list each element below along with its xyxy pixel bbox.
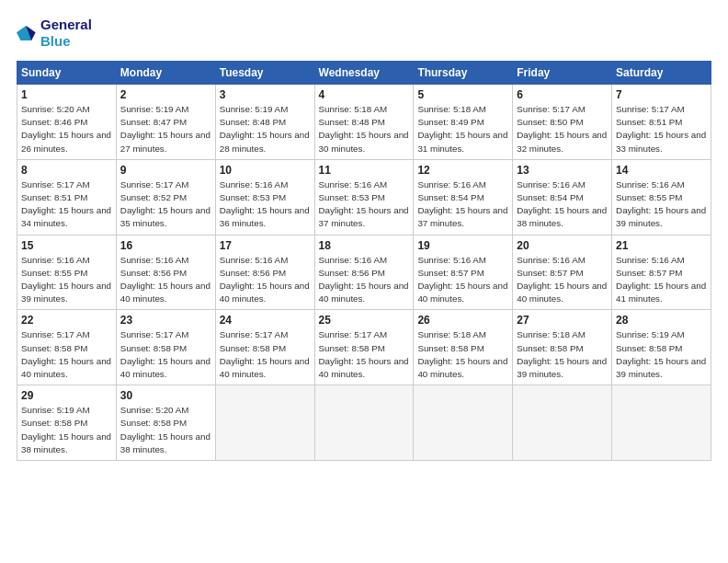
day-info: Sunrise: 5:16 AMSunset: 8:54 PMDaylight:… xyxy=(517,178,608,231)
calendar-cell: 29Sunrise: 5:19 AMSunset: 8:58 PMDayligh… xyxy=(17,385,117,461)
calendar-cell: 19Sunrise: 5:16 AMSunset: 8:57 PMDayligh… xyxy=(414,235,513,310)
calendar-cell: 3Sunrise: 5:19 AMSunset: 8:48 PMDaylight… xyxy=(215,85,314,160)
day-number: 4 xyxy=(319,88,410,101)
calendar-cell: 28Sunrise: 5:19 AMSunset: 8:58 PMDayligh… xyxy=(612,310,711,385)
calendar-cell: 21Sunrise: 5:16 AMSunset: 8:57 PMDayligh… xyxy=(612,235,711,310)
day-number: 18 xyxy=(319,239,410,252)
day-info: Sunrise: 5:16 AMSunset: 8:53 PMDaylight:… xyxy=(319,178,410,231)
calendar-cell: 22Sunrise: 5:17 AMSunset: 8:58 PMDayligh… xyxy=(17,310,117,385)
calendar-cell: 14Sunrise: 5:16 AMSunset: 8:55 PMDayligh… xyxy=(612,159,711,235)
day-info: Sunrise: 5:17 AMSunset: 8:51 PMDaylight:… xyxy=(21,178,112,231)
calendar-cell: 6Sunrise: 5:17 AMSunset: 8:50 PMDaylight… xyxy=(513,85,612,160)
dow-header: Saturday xyxy=(612,62,711,85)
day-info: Sunrise: 5:17 AMSunset: 8:50 PMDaylight:… xyxy=(517,103,608,155)
day-number: 23 xyxy=(120,314,211,327)
day-info: Sunrise: 5:16 AMSunset: 8:57 PMDaylight:… xyxy=(417,254,508,306)
day-number: 7 xyxy=(616,88,707,101)
calendar-cell: 7Sunrise: 5:17 AMSunset: 8:51 PMDaylight… xyxy=(612,85,711,160)
day-number: 26 xyxy=(417,314,508,327)
calendar-cell: 30Sunrise: 5:20 AMSunset: 8:58 PMDayligh… xyxy=(116,385,215,461)
calendar-cell: 5Sunrise: 5:18 AMSunset: 8:49 PMDaylight… xyxy=(414,85,513,160)
day-number: 5 xyxy=(417,88,508,101)
calendar-cell xyxy=(513,385,612,461)
day-info: Sunrise: 5:17 AMSunset: 8:52 PMDaylight:… xyxy=(120,178,211,231)
logo-text: General Blue xyxy=(40,17,92,50)
logo: General Blue xyxy=(17,17,92,50)
day-number: 29 xyxy=(21,389,112,402)
dow-header: Wednesday xyxy=(314,62,414,85)
day-info: Sunrise: 5:19 AMSunset: 8:47 PMDaylight:… xyxy=(120,103,211,155)
day-info: Sunrise: 5:20 AMSunset: 8:46 PMDaylight:… xyxy=(21,103,112,155)
calendar-cell xyxy=(414,385,513,461)
day-info: Sunrise: 5:17 AMSunset: 8:51 PMDaylight:… xyxy=(616,103,707,155)
day-number: 30 xyxy=(120,389,211,402)
day-info: Sunrise: 5:16 AMSunset: 8:54 PMDaylight:… xyxy=(417,178,508,231)
calendar-cell: 15Sunrise: 5:16 AMSunset: 8:55 PMDayligh… xyxy=(17,235,117,310)
logo-icon xyxy=(17,23,37,43)
day-number: 19 xyxy=(417,239,508,252)
day-info: Sunrise: 5:16 AMSunset: 8:57 PMDaylight:… xyxy=(616,254,707,306)
day-info: Sunrise: 5:19 AMSunset: 8:58 PMDaylight:… xyxy=(21,404,112,456)
day-info: Sunrise: 5:19 AMSunset: 8:48 PMDaylight:… xyxy=(220,103,311,155)
day-number: 6 xyxy=(517,88,608,101)
day-number: 9 xyxy=(120,164,211,177)
day-info: Sunrise: 5:17 AMSunset: 8:58 PMDaylight:… xyxy=(319,328,410,381)
dow-header: Monday xyxy=(116,62,215,85)
day-number: 21 xyxy=(616,239,707,252)
day-number: 22 xyxy=(21,314,112,327)
day-info: Sunrise: 5:16 AMSunset: 8:57 PMDaylight:… xyxy=(517,254,608,306)
day-info: Sunrise: 5:17 AMSunset: 8:58 PMDaylight:… xyxy=(220,328,311,381)
day-number: 25 xyxy=(319,314,410,327)
calendar-cell: 26Sunrise: 5:18 AMSunset: 8:58 PMDayligh… xyxy=(414,310,513,385)
day-info: Sunrise: 5:18 AMSunset: 8:48 PMDaylight:… xyxy=(319,103,410,155)
calendar-cell: 20Sunrise: 5:16 AMSunset: 8:57 PMDayligh… xyxy=(513,235,612,310)
dow-header: Tuesday xyxy=(215,62,314,85)
day-number: 15 xyxy=(21,239,112,252)
day-number: 24 xyxy=(220,314,311,327)
calendar-cell: 24Sunrise: 5:17 AMSunset: 8:58 PMDayligh… xyxy=(215,310,314,385)
calendar-cell: 13Sunrise: 5:16 AMSunset: 8:54 PMDayligh… xyxy=(513,159,612,235)
day-info: Sunrise: 5:16 AMSunset: 8:55 PMDaylight:… xyxy=(21,254,112,306)
day-info: Sunrise: 5:16 AMSunset: 8:56 PMDaylight:… xyxy=(120,254,211,306)
dow-header: Thursday xyxy=(414,62,513,85)
calendar-cell: 17Sunrise: 5:16 AMSunset: 8:56 PMDayligh… xyxy=(215,235,314,310)
calendar-cell: 4Sunrise: 5:18 AMSunset: 8:48 PMDaylight… xyxy=(314,85,414,160)
day-info: Sunrise: 5:16 AMSunset: 8:53 PMDaylight:… xyxy=(220,178,311,231)
calendar-cell xyxy=(612,385,711,461)
calendar-cell: 12Sunrise: 5:16 AMSunset: 8:54 PMDayligh… xyxy=(414,159,513,235)
day-number: 28 xyxy=(616,314,707,327)
day-number: 12 xyxy=(417,164,508,177)
calendar-cell: 16Sunrise: 5:16 AMSunset: 8:56 PMDayligh… xyxy=(116,235,215,310)
day-info: Sunrise: 5:17 AMSunset: 8:58 PMDaylight:… xyxy=(21,328,112,381)
calendar-cell xyxy=(314,385,414,461)
calendar-cell: 18Sunrise: 5:16 AMSunset: 8:56 PMDayligh… xyxy=(314,235,414,310)
day-info: Sunrise: 5:18 AMSunset: 8:58 PMDaylight:… xyxy=(517,328,608,381)
day-info: Sunrise: 5:18 AMSunset: 8:49 PMDaylight:… xyxy=(417,103,508,155)
day-number: 10 xyxy=(220,164,311,177)
day-info: Sunrise: 5:19 AMSunset: 8:58 PMDaylight:… xyxy=(616,328,707,381)
day-number: 16 xyxy=(120,239,211,252)
day-number: 2 xyxy=(120,88,211,101)
calendar-cell: 25Sunrise: 5:17 AMSunset: 8:58 PMDayligh… xyxy=(314,310,414,385)
day-info: Sunrise: 5:18 AMSunset: 8:58 PMDaylight:… xyxy=(417,328,508,381)
day-number: 27 xyxy=(517,314,608,327)
calendar-cell: 1Sunrise: 5:20 AMSunset: 8:46 PMDaylight… xyxy=(17,85,117,160)
day-info: Sunrise: 5:16 AMSunset: 8:55 PMDaylight:… xyxy=(616,178,707,231)
day-number: 1 xyxy=(21,88,112,101)
day-info: Sunrise: 5:16 AMSunset: 8:56 PMDaylight:… xyxy=(319,254,410,306)
day-number: 3 xyxy=(220,88,311,101)
day-info: Sunrise: 5:20 AMSunset: 8:58 PMDaylight:… xyxy=(120,404,211,456)
dow-header: Friday xyxy=(513,62,612,85)
day-number: 8 xyxy=(21,164,112,177)
dow-header: Sunday xyxy=(17,62,117,85)
calendar-cell: 23Sunrise: 5:17 AMSunset: 8:58 PMDayligh… xyxy=(116,310,215,385)
page: General Blue SundayMondayTuesdayWednesda… xyxy=(0,0,728,563)
calendar-cell: 8Sunrise: 5:17 AMSunset: 8:51 PMDaylight… xyxy=(17,159,117,235)
calendar-cell xyxy=(215,385,314,461)
day-number: 13 xyxy=(517,164,608,177)
calendar-cell: 2Sunrise: 5:19 AMSunset: 8:47 PMDaylight… xyxy=(116,85,215,160)
calendar-cell: 27Sunrise: 5:18 AMSunset: 8:58 PMDayligh… xyxy=(513,310,612,385)
day-number: 17 xyxy=(220,239,311,252)
calendar-table: SundayMondayTuesdayWednesdayThursdayFrid… xyxy=(17,61,711,461)
day-number: 14 xyxy=(616,164,707,177)
